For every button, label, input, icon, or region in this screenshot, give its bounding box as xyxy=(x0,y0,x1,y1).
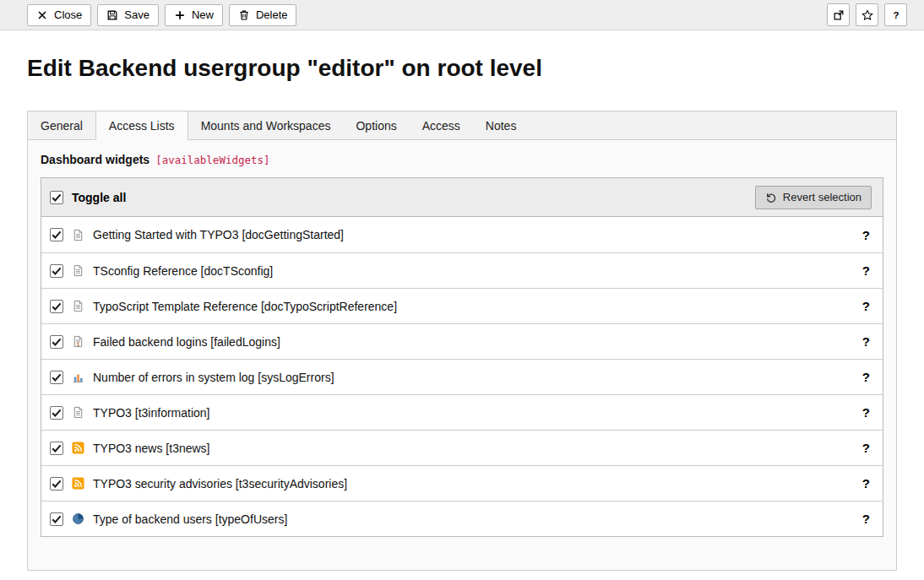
rss-icon xyxy=(72,477,84,490)
tab-access-lists[interactable]: Access Lists xyxy=(95,111,188,140)
table-row: Getting Started with TYPO3 [docGettingSt… xyxy=(41,217,883,252)
close-icon xyxy=(36,9,48,21)
document-icon xyxy=(72,264,84,277)
pie-chart-icon xyxy=(72,512,84,525)
tab-bar: GeneralAccess ListsMounts and Workspaces… xyxy=(27,111,897,140)
help-icon[interactable]: ? xyxy=(861,441,872,455)
plus-icon xyxy=(174,9,186,21)
tab-access[interactable]: Access xyxy=(410,111,473,140)
new-button[interactable]: New xyxy=(165,4,223,26)
widget-checkbox[interactable] xyxy=(50,477,63,491)
question-icon: ? xyxy=(890,9,902,21)
widget-label: TYPO3 security advisories [t3securityAdv… xyxy=(93,477,861,491)
bookmark-button[interactable] xyxy=(856,3,878,26)
table-row: 1 Failed backend logins [failedLogins] ? xyxy=(41,323,883,359)
table-row: Number of errors in system log [sysLogEr… xyxy=(41,359,883,394)
section-title: Dashboard widgets xyxy=(41,153,149,166)
tab-general[interactable]: General xyxy=(28,111,95,140)
widget-label: Failed backend logins [failedLogins] xyxy=(93,335,861,349)
bar-chart-icon xyxy=(72,371,84,383)
help-icon[interactable]: ? xyxy=(861,370,872,384)
open-in-new-window-icon xyxy=(833,9,845,21)
help-icon[interactable]: ? xyxy=(861,476,872,491)
widget-label: TSconfig Reference [docTSconfig] xyxy=(93,264,861,278)
rss-icon xyxy=(72,442,84,454)
widget-checkbox[interactable] xyxy=(50,300,63,313)
widget-checkbox[interactable] xyxy=(50,512,63,526)
widget-checkbox[interactable] xyxy=(50,442,63,455)
tab-label: Access xyxy=(422,119,460,133)
trash-icon xyxy=(238,9,250,21)
table-row: TYPO3 news [t3news] ? xyxy=(41,430,883,465)
doc-header: Close Save New Delete ? xyxy=(0,0,924,30)
tab-label: Access Lists xyxy=(109,119,175,133)
help-icon[interactable]: ? xyxy=(861,299,872,313)
document-icon xyxy=(72,300,84,312)
tab-options[interactable]: Options xyxy=(343,111,409,140)
widget-checkbox[interactable] xyxy=(50,264,63,278)
svg-text:?: ? xyxy=(893,9,899,19)
table-row: TYPO3 security advisories [t3securityAdv… xyxy=(41,465,883,501)
widget-label: Getting Started with TYPO3 [docGettingSt… xyxy=(93,228,861,241)
table-row: TYPO3 [t3information] ? xyxy=(41,394,883,430)
open-in-new-window-button[interactable] xyxy=(827,3,850,26)
widget-checkbox[interactable] xyxy=(50,335,63,349)
tab-label: Mounts and Workspaces xyxy=(201,119,331,133)
tab-bar-filler xyxy=(529,111,896,140)
widget-checkbox[interactable] xyxy=(50,228,63,241)
close-button[interactable]: Close xyxy=(27,4,91,26)
help-icon[interactable]: ? xyxy=(861,334,872,349)
document-icon xyxy=(72,229,84,241)
tab-mounts-and-workspaces[interactable]: Mounts and Workspaces xyxy=(188,111,344,140)
save-button[interactable]: Save xyxy=(97,4,159,26)
widget-checkbox[interactable] xyxy=(50,371,63,384)
undo-icon xyxy=(765,192,777,203)
numbered-document-icon: 1 xyxy=(72,335,84,348)
help-icon[interactable]: ? xyxy=(861,263,872,278)
document-icon xyxy=(72,406,84,419)
help-icon[interactable]: ? xyxy=(861,512,872,526)
widget-label: TYPO3 [t3information] xyxy=(93,406,861,420)
tab-notes[interactable]: Notes xyxy=(473,111,530,140)
widget-checkbox[interactable] xyxy=(50,406,63,420)
section-heading: Dashboard widgets[availableWidgets] xyxy=(41,153,883,166)
page-title: Edit Backend usergroup "editor" on root … xyxy=(27,54,897,83)
table-row: TypoScript Template Reference [docTypoSc… xyxy=(41,288,883,323)
widget-label: Number of errors in system log [sysLogEr… xyxy=(93,371,861,384)
help-icon[interactable]: ? xyxy=(861,405,872,420)
toggle-all-checkbox[interactable] xyxy=(50,191,63,204)
table-header-row: Toggle all Revert selection xyxy=(41,178,883,217)
save-icon xyxy=(106,9,118,21)
widget-label: TypoScript Template Reference [docTypoSc… xyxy=(93,300,861,313)
help-button[interactable]: ? xyxy=(884,3,907,26)
table-row: TSconfig Reference [docTSconfig] ? xyxy=(41,252,883,288)
revert-selection-button[interactable]: Revert selection xyxy=(755,186,872,209)
section-code: [availableWidgets] xyxy=(155,154,269,166)
widgets-table: Toggle all Revert selection Getting Star… xyxy=(41,177,883,537)
widget-label: Type of backend users [typeOfUsers] xyxy=(93,512,861,526)
table-row: Type of backend users [typeOfUsers] ? xyxy=(41,501,883,536)
tabs-container: GeneralAccess ListsMounts and Workspaces… xyxy=(27,111,897,571)
tab-label: General xyxy=(41,119,83,133)
tab-label: Options xyxy=(356,119,396,133)
toggle-all-label: Toggle all xyxy=(72,191,755,204)
table-rows: Getting Started with TYPO3 [docGettingSt… xyxy=(41,217,883,536)
help-icon[interactable]: ? xyxy=(861,228,872,242)
star-icon xyxy=(861,9,873,21)
toolbar-button-group: Close Save New Delete xyxy=(27,4,296,26)
toolbar-icon-group: ? xyxy=(827,3,907,26)
revert-selection-label: Revert selection xyxy=(783,191,861,203)
access-lists-panel: Dashboard widgets[availableWidgets] Togg… xyxy=(27,140,897,571)
tab-label: Notes xyxy=(486,119,517,133)
delete-button[interactable]: Delete xyxy=(229,4,297,26)
widget-label: TYPO3 news [t3news] xyxy=(93,442,861,455)
